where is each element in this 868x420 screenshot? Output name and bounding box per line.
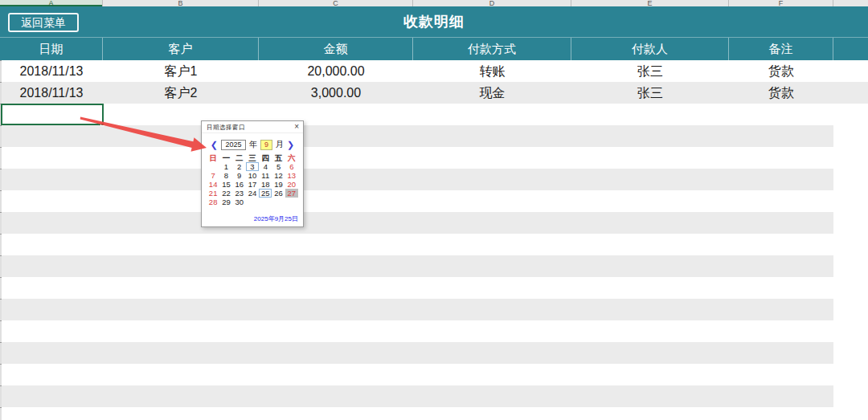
date-picker-title: 日期选择窗口 (207, 124, 245, 132)
calendar-day-cell[interactable]: 24 (246, 189, 259, 198)
column-letter-c[interactable]: C (259, 0, 413, 6)
calendar-day-cell[interactable]: 30 (233, 198, 246, 206)
weekday-label: 日 (207, 153, 219, 162)
calendar-day-cell[interactable]: 23 (233, 189, 246, 198)
cell-date[interactable]: 2018/11/13 (0, 82, 103, 104)
col-header-date[interactable]: 日期 (0, 38, 103, 60)
empty-row[interactable] (0, 169, 833, 190)
col-header-payment-method[interactable]: 付款方式 (413, 38, 571, 60)
date-picker-titlebar[interactable]: 日期选择窗口 × (202, 121, 303, 133)
calendar-day-cell[interactable]: 9 (233, 171, 246, 180)
empty-row[interactable] (0, 212, 833, 234)
empty-row[interactable] (0, 277, 833, 299)
weekday-label: 二 (233, 153, 246, 162)
weekday-label: 三 (246, 153, 259, 162)
calendar-empty-cell (246, 198, 259, 206)
cell-payer[interactable]: 张三 (571, 60, 729, 82)
calendar-day-cell[interactable]: 14 (207, 180, 219, 189)
active-cell-selection[interactable] (1, 104, 104, 125)
calendar-day-cell[interactable]: 25 (259, 189, 272, 198)
cell-payment-method[interactable]: 转账 (413, 60, 571, 82)
calendar-day-cell[interactable]: 11 (259, 171, 272, 180)
col-header-note[interactable]: 备注 (729, 38, 833, 60)
calendar-day-cell[interactable]: 10 (246, 171, 259, 180)
year-label: 年 (249, 139, 257, 150)
col-header-payer[interactable]: 付款人 (571, 38, 729, 60)
calendar-day-cell[interactable]: 17 (246, 180, 259, 189)
empty-row[interactable] (0, 125, 833, 147)
calendar-day-cell[interactable]: 21 (207, 189, 219, 198)
col-header-customer[interactable]: 客户 (103, 38, 259, 60)
calendar-day-cell[interactable]: 12 (272, 171, 285, 180)
column-letter-b[interactable]: B (103, 0, 259, 6)
calendar-day-cell[interactable]: 16 (233, 180, 246, 189)
calendar-empty-cell (259, 198, 272, 206)
fill-handle[interactable] (100, 122, 104, 126)
calendar-day-cell[interactable]: 22 (219, 189, 232, 198)
empty-row[interactable] (0, 364, 833, 385)
month-value[interactable]: 9 (260, 140, 272, 150)
calendar-day-cell[interactable]: 26 (272, 189, 285, 198)
cell-note[interactable]: 货款 (729, 60, 833, 82)
column-letter-a[interactable]: A (0, 0, 103, 6)
calendar-grid: 1234567891011121314151617181920212223242… (202, 162, 303, 206)
col-header-amount[interactable]: 金额 (259, 38, 413, 60)
empty-row[interactable] (0, 147, 833, 169)
calendar-nav: ❮ 2025 年 9 月 ❯ (202, 139, 303, 150)
column-letter-d[interactable]: D (413, 0, 571, 6)
column-letter-f[interactable]: F (729, 0, 833, 6)
cell-payer[interactable]: 张三 (571, 82, 729, 104)
cell-note[interactable]: 货款 (729, 82, 833, 104)
calendar-day-cell[interactable]: 19 (272, 180, 285, 189)
calendar-day-cell[interactable]: 29 (219, 198, 232, 206)
empty-row[interactable] (0, 255, 833, 277)
empty-row[interactable] (0, 385, 833, 407)
calendar-day-cell[interactable]: 20 (285, 180, 298, 189)
title-band: 返回菜单 收款明细 (0, 6, 868, 38)
empty-row[interactable] (0, 342, 833, 364)
weekday-label: 四 (259, 153, 272, 162)
cell-amount[interactable]: 20,000.00 (259, 60, 413, 82)
table-row: 2018/11/13 客户1 20,000.00 转账 张三 货款 (0, 60, 868, 82)
today-date-link[interactable]: 2025年9月25日 (254, 214, 298, 223)
empty-row[interactable] (0, 407, 833, 420)
empty-row[interactable] (0, 234, 833, 255)
prev-month-icon[interactable]: ❮ (211, 140, 218, 150)
empty-row[interactable] (0, 299, 833, 320)
date-picker-window: 日期选择窗口 × ❮ 2025 年 9 月 ❯ 日一二三四五六 12345678… (201, 120, 304, 227)
close-icon[interactable]: × (294, 122, 299, 132)
calendar-day-cell[interactable]: 5 (272, 162, 285, 171)
calendar-day-cell[interactable]: 3 (246, 162, 259, 171)
back-to-menu-button[interactable]: 返回菜单 (8, 13, 79, 32)
table-header-row: 日期 客户 金额 付款方式 付款人 备注 (0, 38, 868, 60)
col-header-filler (833, 38, 868, 60)
calendar-day-cell[interactable]: 4 (259, 162, 272, 171)
calendar-day-cell[interactable]: 8 (219, 171, 232, 180)
cell-customer[interactable]: 客户2 (103, 82, 259, 104)
cell-date[interactable]: 2018/11/13 (0, 60, 103, 82)
calendar-day-cell[interactable]: 27 (285, 189, 298, 198)
cell-amount[interactable]: 3,000.00 (259, 82, 413, 104)
cell-customer[interactable]: 客户1 (103, 60, 259, 82)
calendar-day-cell[interactable]: 18 (259, 180, 272, 189)
year-input[interactable]: 2025 (221, 140, 246, 150)
calendar-day-cell[interactable]: 2 (233, 162, 246, 171)
cell-payment-method[interactable]: 现金 (413, 82, 571, 104)
calendar-day-cell[interactable]: 6 (285, 162, 298, 171)
weekday-label: 一 (219, 153, 232, 162)
column-letter-e[interactable]: E (571, 0, 729, 6)
next-month-icon[interactable]: ❯ (287, 140, 294, 150)
calendar-empty-cell (207, 162, 219, 171)
calendar-day-cell[interactable]: 15 (219, 180, 232, 189)
empty-row[interactable] (0, 190, 833, 212)
weekday-label: 六 (285, 153, 298, 162)
column-letter-filler (833, 0, 868, 6)
calendar-day-cell[interactable]: 28 (207, 198, 219, 206)
calendar-day-cell[interactable]: 1 (219, 162, 232, 171)
empty-row[interactable] (0, 320, 833, 342)
empty-striped-rows (0, 125, 833, 420)
weekday-label: 五 (272, 153, 285, 162)
calendar-day-cell[interactable]: 7 (207, 171, 219, 180)
calendar-empty-cell (285, 198, 298, 206)
calendar-day-cell[interactable]: 13 (285, 171, 298, 180)
